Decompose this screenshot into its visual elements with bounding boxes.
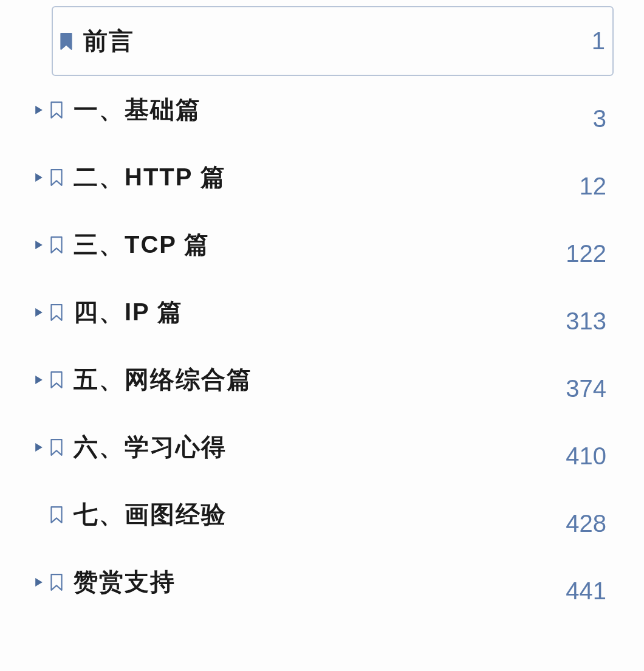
- toc-item-4[interactable]: 四、IP 篇313: [33, 278, 614, 346]
- bookmark-icon: [48, 369, 65, 391]
- toc-item-3[interactable]: 三、TCP 篇122: [33, 211, 614, 278]
- toc-page-number: 3: [593, 105, 606, 132]
- toc-item-0[interactable]: 前言1: [52, 6, 614, 76]
- expand-triangle-icon[interactable]: [33, 577, 44, 588]
- expand-triangle-icon[interactable]: [33, 172, 44, 183]
- bookmark-icon: [48, 571, 65, 593]
- toc-title: 七、画图经验: [74, 498, 566, 531]
- toc-page-number: 410: [566, 442, 606, 470]
- toc-page-number: 428: [566, 510, 606, 537]
- svg-marker-6: [35, 578, 43, 587]
- toc-title: 前言: [83, 24, 592, 58]
- svg-marker-5: [35, 443, 43, 452]
- toc-item-1[interactable]: 一、基础篇3: [33, 76, 614, 143]
- bookmark-icon: [48, 436, 65, 458]
- expand-triangle-icon[interactable]: [33, 105, 44, 115]
- expand-triangle-icon[interactable]: [33, 374, 44, 385]
- toc-container: 前言1一、基础篇3二、HTTP 篇12三、TCP 篇122四、IP 篇313五、…: [33, 6, 614, 616]
- toc-title: 六、学习心得: [74, 430, 566, 464]
- expand-triangle-icon[interactable]: [33, 307, 44, 318]
- toc-title: 五、网络综合篇: [74, 363, 566, 396]
- toc-item-6[interactable]: 六、学习心得410: [33, 413, 614, 481]
- toc-item-5[interactable]: 五、网络综合篇374: [33, 346, 614, 413]
- toc-page-number: 441: [566, 577, 606, 605]
- svg-marker-1: [35, 173, 43, 182]
- toc-page-number: 313: [566, 308, 606, 335]
- svg-marker-0: [35, 106, 43, 114]
- bookmark-icon: [48, 99, 65, 121]
- toc-page-number: 1: [592, 27, 605, 55]
- toc-page-number: 122: [566, 240, 606, 267]
- toc-item-2[interactable]: 二、HTTP 篇12: [33, 143, 614, 211]
- toc-title: 一、基础篇: [74, 93, 593, 126]
- toc-page-number: 12: [580, 173, 607, 200]
- svg-marker-2: [35, 241, 43, 249]
- expand-triangle-icon[interactable]: [33, 442, 44, 453]
- bookmark-icon: [48, 167, 65, 188]
- toc-title: 三、TCP 篇: [74, 228, 566, 261]
- expand-triangle-icon[interactable]: [33, 239, 44, 250]
- svg-marker-3: [35, 308, 43, 317]
- bookmark-icon: [48, 234, 65, 256]
- toc-item-7[interactable]: 七、画图经验428: [33, 481, 614, 548]
- svg-marker-4: [35, 376, 43, 384]
- bookmark-icon: [48, 301, 65, 323]
- toc-page-number: 374: [566, 375, 606, 402]
- bookmark-icon: [48, 504, 65, 526]
- toc-title: 赞赏支持: [74, 565, 566, 599]
- bookmark-icon: [58, 30, 75, 52]
- toc-item-8[interactable]: 赞赏支持441: [33, 548, 614, 616]
- toc-title: 二、HTTP 篇: [74, 160, 580, 194]
- toc-title: 四、IP 篇: [74, 295, 566, 329]
